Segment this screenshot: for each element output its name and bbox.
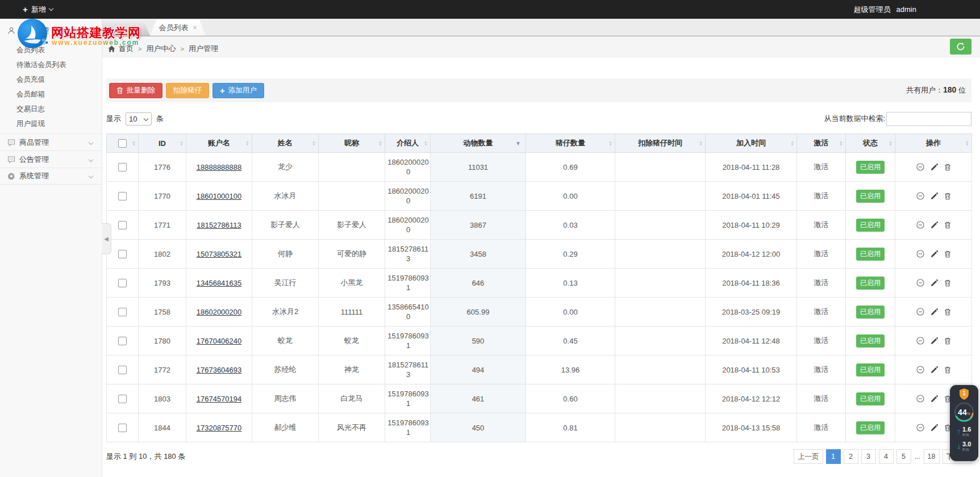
breadcrumb-item[interactable]: 用户中心: [146, 44, 176, 54]
account-link[interactable]: 18602000200: [197, 308, 242, 316]
sidebar-item[interactable]: 会员充值: [0, 72, 102, 87]
page-button-1[interactable]: 1: [826, 449, 841, 464]
row-checkbox[interactable]: [118, 366, 127, 374]
disable-user-icon[interactable]: [916, 424, 924, 432]
tab-member-list[interactable]: 会员列表 ×: [150, 20, 206, 36]
status-badge: 已启用: [856, 392, 885, 405]
disable-user-icon[interactable]: [916, 250, 924, 258]
disable-user-icon[interactable]: [916, 163, 924, 171]
disable-user-icon[interactable]: [916, 308, 924, 316]
account-link[interactable]: 17674570194: [197, 395, 242, 403]
status-badge: 已启用: [856, 161, 885, 174]
page-button-18[interactable]: 18: [924, 449, 940, 464]
select-all-checkbox[interactable]: [118, 139, 127, 148]
account-link[interactable]: 18152786113: [197, 221, 241, 229]
delete-user-icon[interactable]: [944, 164, 951, 171]
disable-user-icon[interactable]: [916, 192, 924, 200]
column-header[interactable]: 介绍人▲▼: [385, 134, 431, 153]
sidebar-section-0[interactable]: 会员管理: [0, 19, 102, 43]
user-info[interactable]: 超级管理员 admin: [854, 0, 916, 19]
page-size-select[interactable]: 10: [126, 112, 152, 125]
column-header[interactable]: 操作▲▼: [895, 134, 972, 153]
disable-user-icon[interactable]: [916, 221, 924, 229]
delete-user-icon[interactable]: [944, 366, 951, 374]
row-checkbox[interactable]: [118, 221, 127, 229]
speed-monitor-widget[interactable]: 1 44% ↑ 1.6K/s ↓ 3.0K/s: [950, 385, 978, 461]
delete-user-icon[interactable]: [944, 308, 951, 316]
edit-user-icon[interactable]: [931, 366, 938, 374]
disable-user-icon[interactable]: [916, 337, 924, 345]
column-header[interactable]: 猪仔数量▲▼: [526, 134, 615, 153]
column-header[interactable]: 昵称▲▼: [319, 134, 385, 153]
edit-user-icon[interactable]: [931, 250, 938, 258]
page-button-3[interactable]: 3: [861, 449, 876, 464]
batch-delete-button[interactable]: 批量删除: [109, 83, 162, 98]
tab-hidden[interactable]: [95, 20, 150, 36]
sidebar-collapse-handle[interactable]: ◀: [102, 223, 111, 254]
row-select-cell: [107, 153, 139, 182]
delete-user-icon[interactable]: [944, 221, 951, 229]
disable-user-icon[interactable]: [916, 279, 924, 287]
delete-user-icon[interactable]: [944, 337, 951, 345]
deduct-piglet-button[interactable]: 扣除猪仔: [166, 83, 209, 98]
edit-user-icon[interactable]: [931, 221, 938, 229]
sidebar-item[interactable]: 交易日志: [0, 102, 102, 116]
disable-user-icon[interactable]: [916, 366, 924, 374]
account-link[interactable]: 15073805321: [197, 250, 242, 258]
breadcrumb-item[interactable]: 首页: [119, 44, 134, 54]
row-checkbox[interactable]: [118, 337, 127, 345]
sidebar-item[interactable]: 用户提现: [0, 116, 102, 131]
page-button-5[interactable]: 5: [896, 449, 911, 464]
page-button-2[interactable]: 2: [844, 449, 858, 464]
row-checkbox[interactable]: [118, 192, 127, 200]
edit-user-icon[interactable]: [931, 424, 938, 432]
edit-user-icon[interactable]: [931, 395, 938, 403]
column-header[interactable]: 扣除猪仔时间▲▼: [615, 134, 706, 153]
refresh-button[interactable]: [950, 39, 971, 55]
search-input[interactable]: [886, 112, 971, 126]
account-link[interactable]: 13456841635: [197, 279, 242, 287]
sidebar-section-1[interactable]: 商品管理: [0, 133, 102, 150]
close-icon[interactable]: ×: [193, 24, 197, 32]
account-link[interactable]: 18601000100: [197, 192, 242, 200]
column-header[interactable]: 账户名▲▼: [186, 134, 252, 153]
sidebar-item[interactable]: 会员列表: [0, 43, 102, 57]
column-header[interactable]: 动物数量▼: [431, 134, 526, 153]
sidebar-section-3[interactable]: 系统管理: [0, 168, 102, 185]
column-header[interactable]: ID▲▼: [139, 134, 186, 153]
disable-user-icon[interactable]: [916, 395, 924, 403]
column-header[interactable]: 加入时间▲▼: [706, 134, 797, 153]
add-user-button[interactable]: + 添加用户: [212, 83, 264, 98]
row-checkbox[interactable]: [118, 250, 127, 258]
row-checkbox[interactable]: [118, 424, 127, 432]
sidebar-item[interactable]: 待激活会员列表: [0, 57, 102, 72]
select-all-header[interactable]: ▲▼: [107, 134, 139, 153]
edit-user-icon[interactable]: [931, 164, 938, 171]
sidebar-item[interactable]: 会员邮箱: [0, 87, 102, 102]
delete-user-icon[interactable]: [944, 279, 951, 287]
column-header[interactable]: 激活▲▼: [797, 134, 846, 153]
edit-user-icon[interactable]: [931, 337, 938, 345]
page-button-4[interactable]: 4: [879, 449, 894, 464]
account-link[interactable]: 17673604693: [197, 366, 242, 374]
cell-name: 影子爱人: [252, 211, 319, 240]
edit-user-icon[interactable]: [931, 279, 938, 287]
edit-user-icon[interactable]: [931, 193, 938, 200]
column-label: ID: [159, 139, 166, 148]
new-menu-button[interactable]: + 新增: [23, 0, 53, 19]
column-header[interactable]: 状态▲▼: [846, 134, 895, 153]
account-link[interactable]: 17320875770: [197, 424, 242, 432]
sidebar-section-2[interactable]: 公告管理: [0, 150, 102, 168]
account-link[interactable]: 18888888888: [197, 163, 242, 171]
delete-user-icon[interactable]: [944, 193, 951, 200]
column-header[interactable]: 姓名▲▼: [252, 134, 319, 153]
row-checkbox[interactable]: [118, 279, 127, 287]
row-checkbox[interactable]: [118, 308, 127, 316]
account-link[interactable]: 17670406240: [197, 337, 242, 345]
row-checkbox[interactable]: [118, 163, 127, 171]
delete-user-icon[interactable]: [944, 250, 951, 258]
edit-user-icon[interactable]: [931, 308, 938, 316]
prev-page-button[interactable]: 上一页: [794, 449, 823, 464]
row-checkbox[interactable]: [118, 395, 127, 403]
breadcrumb-item[interactable]: 用户管理: [189, 44, 218, 54]
